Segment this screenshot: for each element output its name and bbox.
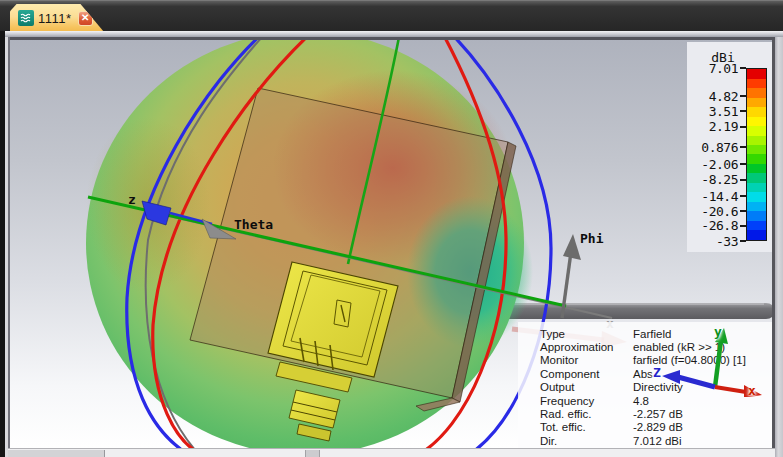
info-row: Rad. effic.-2.257 dB: [540, 407, 772, 420]
viewport-inner-shadow-left: [8, 37, 10, 448]
colorbar-ticks: 7.01 4.82 3.51 2.19 0.876 -2.06 -8.25 -1…: [687, 68, 746, 241]
phi-label: Phi: [580, 232, 603, 245]
colorbar-panel: dBi 7.01 4.82 3.51 2.19 0.876 -2.06 -8.2…: [687, 42, 772, 252]
close-icon: ✕: [81, 13, 89, 23]
horizontal-scrollbar[interactable]: [8, 448, 775, 457]
application-window: { "tab": { "title": "1111*" }, "icons": …: [0, 0, 783, 457]
document-tab[interactable]: 1111* ✕: [10, 4, 104, 32]
triad-z-arrow: [662, 370, 715, 387]
colorbar-tick: 0.876: [687, 140, 746, 154]
colorbar-tick: 2.19: [687, 120, 746, 134]
z-axis-label: z: [128, 193, 136, 206]
colorbar-tick: -2.06: [687, 157, 746, 171]
colorbar-gradient: [746, 68, 767, 241]
info-row: Dir.7.012 dBi: [540, 434, 772, 447]
viewport-inner-shadow-top: [8, 37, 775, 40]
scrollbar-splitter-handle[interactable]: [305, 450, 320, 457]
horizontal-scrollbar-thumb[interactable]: [8, 450, 105, 457]
colorbar-tick: -14.4: [687, 189, 746, 203]
colorbar-tick: -8.25: [687, 173, 746, 187]
viewport-inner-shadow-right: [772, 37, 775, 448]
triad-x-label: x: [748, 384, 756, 397]
triad-y-label: y: [714, 325, 722, 338]
colorbar-tick: 3.51: [687, 104, 746, 118]
colorbar-tick: -20.6: [687, 204, 746, 218]
triad-z-label: Z: [653, 366, 661, 379]
colorbar-tick: -26.8: [687, 219, 746, 233]
waves-icon: [18, 10, 34, 26]
colorbar-tick: -33: [687, 234, 746, 248]
colorbar-tick: 4.82: [687, 89, 746, 103]
info-row: Tot. effic.-2.829 dB: [540, 421, 772, 434]
vertical-scrollbar[interactable]: [775, 37, 783, 457]
tab-close-button[interactable]: ✕: [78, 11, 93, 26]
tab-bar: 1111* ✕: [0, 0, 783, 31]
tab-title: 1111*: [38, 11, 72, 26]
theta-label: Theta: [234, 218, 273, 231]
colorbar-tick: 7.01: [687, 61, 746, 75]
